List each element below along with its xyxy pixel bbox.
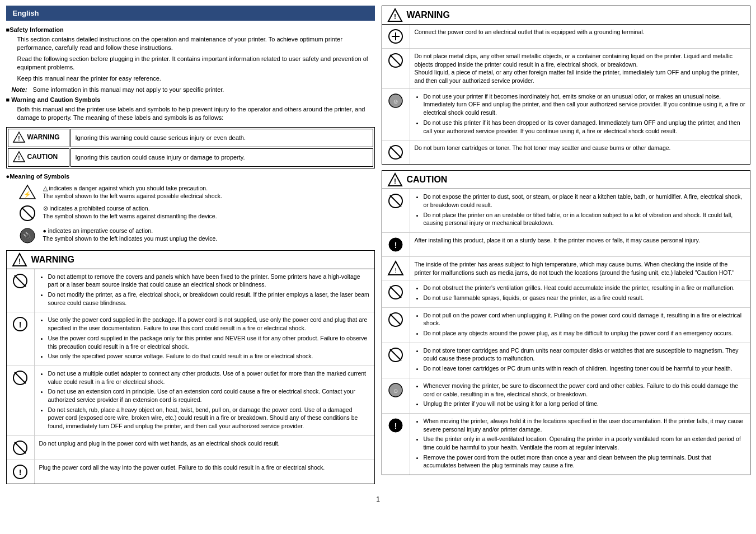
warn-item-1-0: Use only the power cord supplied in the … <box>48 316 370 332</box>
warn-excl-icon-1: ! <box>12 316 29 332</box>
caution-icon-7: ! <box>382 414 410 475</box>
warn-text-0: Do not attempt to remove the covers and … <box>35 269 374 312</box>
warning-row: ! WARNING Ignoring this warning could ca… <box>8 129 373 147</box>
warn-excl-icon-4: ! <box>12 463 29 480</box>
note-line: Note: Some information in this manual ma… <box>12 86 375 93</box>
triangle-svg-icon: ⚡ <box>18 184 36 200</box>
caution-list-5: Do not store toner cartridges and PC dru… <box>415 346 745 373</box>
right-caution-box-body: Do not expose the printer to dust, soot,… <box>382 189 750 475</box>
caution-icon-5 <box>382 343 410 378</box>
svg-text:!: ! <box>19 320 22 329</box>
caution-label: CAUTION <box>27 153 58 161</box>
meaning-text2-triangle: The symbol shown to the left warns again… <box>43 192 375 200</box>
page-number: 1 <box>6 495 750 503</box>
grounding-icon <box>387 28 404 45</box>
meaning-text1-circle: ⊘ indicates a prohibited course of actio… <box>43 204 375 213</box>
caution-list-6: Whenever moving the printer, be sure to … <box>415 382 745 408</box>
meaning-title: ●Meaning of Symbols <box>6 173 375 180</box>
warn-item-2-2: Do not scratch, rub, place a heavy objec… <box>48 406 370 430</box>
left-warning-title: WARNING <box>31 255 74 265</box>
triangle-caution-icon: ! <box>13 151 25 162</box>
svg-text:!: ! <box>18 257 21 265</box>
svg-text:!: ! <box>395 267 396 274</box>
caution-item-3-0: Do not obstruct the printer's ventilatio… <box>424 284 745 292</box>
right-warn-text-1: Do not place metal clips, any other smal… <box>410 49 750 88</box>
caution-icon-1: ! <box>382 233 410 256</box>
warn-item-2-0: Do not use a multiple outlet adapter to … <box>48 369 370 386</box>
caution-list-7: When moving the printer, always hold it … <box>415 417 745 470</box>
svg-text:!: ! <box>394 177 396 185</box>
caution-item-5-1: Do not leave toner cartridges or PC drum… <box>424 364 745 373</box>
warning-label: WARNING <box>27 133 60 141</box>
meaning-text2-circle: The symbol shown to the left warns again… <box>43 212 375 221</box>
caution-row-0: Do not expose the printer to dust, soot,… <box>382 189 750 233</box>
filled-circle-svg-icon: 🔌 <box>18 227 36 245</box>
caution-item-7-0: When moving the printer, always hold it … <box>424 417 745 433</box>
caution-row-1: ! After installing this product, place i… <box>382 233 750 257</box>
caution-item-7-1: Use the printer only in a well-ventilate… <box>424 435 745 451</box>
svg-text:!: ! <box>394 13 396 21</box>
right-warning-title: WARNING <box>407 10 450 20</box>
meaning-row-circle: ⊘ indicates a prohibited course of actio… <box>17 204 375 223</box>
warn-text-4: Plug the power cord all the way into the… <box>35 460 374 484</box>
right-warning-header: ! WARNING <box>382 6 750 25</box>
page-container: English ■Safety Information This section… <box>6 6 750 490</box>
caution-row-3: Do not obstruct the printer's ventilatio… <box>382 280 750 307</box>
warning-symbol-icon: ! WARNING <box>13 132 60 143</box>
caution-text-2: The inside of the printer has areas subj… <box>410 257 750 280</box>
safety-p2: Read the following section before pluggi… <box>17 55 375 72</box>
svg-text:⚡: ⚡ <box>24 190 31 198</box>
caution-excl-black-7: ! <box>387 417 404 434</box>
safety-title: ■Safety Information <box>6 26 375 33</box>
note-text: Some information in this manual may not … <box>33 86 224 93</box>
warning-text-cell: Ignoring this warning could cause seriou… <box>71 129 373 147</box>
svg-text:!: ! <box>18 155 20 161</box>
caution-icon-6: ☺ <box>382 378 410 413</box>
warn-item-0-1: Do not modify the printer, as a fire, el… <box>48 291 370 307</box>
meaning-text-filled: ● indicates an imperative course of acti… <box>43 227 375 243</box>
warn-item-0-0: Do not attempt to remove the covers and … <box>48 273 370 289</box>
right-warning-header-icon: ! <box>388 8 402 22</box>
caution-circle-slash-0 <box>387 193 404 209</box>
warning-header-icon: ! <box>12 253 27 266</box>
right-circle-slash-icon-1 <box>387 52 404 69</box>
svg-line-32 <box>390 147 401 158</box>
right-warn-icon-1 <box>382 49 410 88</box>
warning-caution-p1: Both this manual and the printer use lab… <box>17 105 375 123</box>
caution-row-4: Do not pull on the power cord when unplu… <box>382 308 750 343</box>
caution-icon-4 <box>382 308 410 343</box>
svg-text:🔌: 🔌 <box>22 232 32 241</box>
symbols-table: ! WARNING Ignoring this warning could ca… <box>6 127 375 168</box>
warn-row-0: Do not attempt to remove the covers and … <box>7 269 374 313</box>
caution-text-4: Do not pull on the power cord when unplu… <box>410 308 750 343</box>
svg-line-36 <box>390 195 401 207</box>
caution-symbol-icon: ! CAUTION <box>13 151 58 162</box>
left-warning-box-header: ! WARNING <box>7 251 374 269</box>
caution-text-cell: Ignoring this caution could cause injury… <box>71 148 373 167</box>
right-warn-row-3: Do not burn toner cartridges or toner. T… <box>382 140 750 164</box>
triangle-meaning-icon: ⚡ <box>17 184 37 201</box>
warn-row-1: ! Use only the power cord supplied in th… <box>7 312 374 366</box>
caution-text-5: Do not store toner cartridges and PC dru… <box>410 343 750 378</box>
note-label: Note: <box>12 86 27 93</box>
circle-slash-meaning-icon <box>17 204 37 223</box>
svg-line-46 <box>390 349 401 360</box>
english-header: English <box>6 6 375 21</box>
svg-line-13 <box>15 275 26 287</box>
right-warn-item-2-0: Do not use your printer if it becomes in… <box>424 92 745 117</box>
caution-list-4: Do not pull on the power cord when unplu… <box>415 311 745 338</box>
caution-item-6-1: Unplug the printer if you will not be us… <box>424 400 745 408</box>
svg-text:!: ! <box>395 241 397 250</box>
svg-text:☺: ☺ <box>392 98 398 105</box>
caution-item-3-1: Do not use flammable sprays, liquids, or… <box>424 294 745 302</box>
english-title: English <box>13 9 39 17</box>
right-face-icon-2: ☺ <box>387 92 404 109</box>
meaning-section: ⚡ △ indicates a danger against which you… <box>6 184 375 246</box>
caution-list-3: Do not obstruct the printer's ventilatio… <box>415 284 745 302</box>
meaning-text1-triangle: △ indicates a danger against which you s… <box>43 184 375 193</box>
caution-row-6: ☺ Whenever moving the printer, be sure t… <box>382 378 750 414</box>
warn-icon-2 <box>7 366 35 435</box>
caution-circle-slash-5 <box>387 346 404 363</box>
svg-line-19 <box>15 442 26 453</box>
right-warn-row-1: Do not place metal clips, any other smal… <box>382 49 750 89</box>
